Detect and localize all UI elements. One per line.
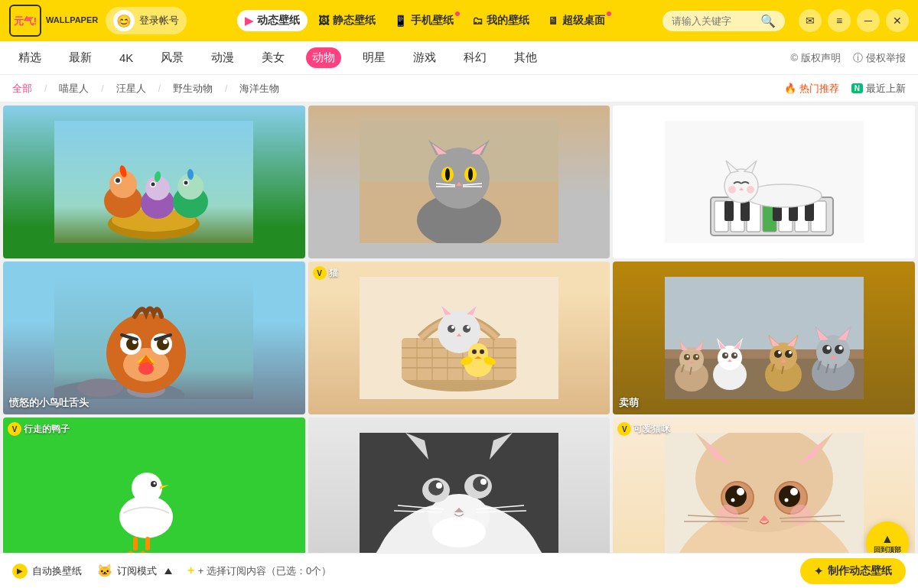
category-items: 精选 最新 4K 风景 动漫 美女 动物 明星 游戏 科幻 其他: [12, 47, 790, 68]
select-content-btn[interactable]: + + 选择订阅内容（已选：0个）: [187, 564, 331, 578]
subcat-all[interactable]: 全部: [12, 82, 32, 96]
header-actions: ✉ ≡ ─ ✕: [799, 9, 909, 32]
svg-point-175: [473, 476, 488, 492]
nav-mywp[interactable]: 🗂 我的壁纸: [464, 10, 537, 31]
card-9-badge: V 可爱猫咪: [617, 422, 670, 436]
make-wallpaper-btn[interactable]: ✦ 制作动态壁纸: [800, 558, 906, 584]
svg-point-119: [718, 346, 742, 370]
subcat-ocean[interactable]: 海洋生物: [239, 82, 279, 96]
avatar: 😊: [113, 10, 135, 31]
cat-star[interactable]: 明星: [356, 47, 392, 68]
auto-wallpaper-label: 自动换壁纸: [32, 564, 82, 578]
card-4[interactable]: 愤怒的小鸟吐舌头: [3, 262, 305, 414]
subcat-dog[interactable]: 汪星人: [116, 82, 146, 96]
cat-other[interactable]: 其他: [508, 47, 543, 68]
login-button[interactable]: 😊 登录帐号: [106, 7, 187, 34]
category-bar: 精选 最新 4K 风景 动漫 美女 动物 明星 游戏 科幻 其他 © 版权声明 …: [0, 41, 918, 75]
bottom-right: ✦ 制作动态壁纸: [800, 558, 906, 584]
card-8[interactable]: 猫: [308, 417, 610, 553]
search-input[interactable]: [672, 15, 756, 27]
sep-2: /: [101, 83, 103, 94]
svg-point-54: [747, 186, 754, 193]
nav-static[interactable]: 🖼 静态壁纸: [311, 10, 383, 31]
nav-desktop[interactable]: 🖥 超级桌面: [540, 10, 613, 31]
back-top-arrow: ▲: [881, 532, 894, 546]
desktop-dot: [607, 11, 611, 16]
back-top-label: 回到顶部: [874, 546, 901, 553]
svg-point-93: [467, 326, 470, 329]
menu-button[interactable]: ≡: [828, 9, 851, 32]
svg-point-53: [728, 186, 736, 193]
svg-point-173: [436, 482, 442, 489]
copyright-link[interactable]: © 版权声明: [790, 51, 841, 65]
cat-anime[interactable]: 动漫: [205, 47, 240, 68]
latest-new[interactable]: N 最近上新: [851, 82, 906, 96]
svg-rect-165: [145, 537, 150, 551]
card-5-badge: V 猫: [313, 266, 338, 280]
cat-featured[interactable]: 精选: [12, 47, 47, 68]
card-9[interactable]: V 可爱猫咪 ▲ 回到顶部: [613, 417, 915, 553]
subcat-wild[interactable]: 野生动物: [173, 82, 213, 96]
nav-mobile-label: 手机壁纸: [411, 14, 454, 28]
svg-point-197: [790, 488, 798, 495]
card-5-label: 猫: [329, 267, 338, 280]
card-1[interactable]: [3, 106, 305, 258]
copyright-label: 版权声明: [801, 51, 841, 65]
login-label: 登录帐号: [139, 14, 179, 28]
bottom-bar: ▶ 自动换壁纸 🐱 订阅模式 + + 选择订阅内容（已选：0个） ✦ 制作动态壁…: [0, 553, 918, 588]
nav-dynamic-label: 动态壁纸: [257, 14, 300, 28]
make-btn-label: 制作动态壁纸: [828, 564, 892, 578]
svg-point-183: [432, 517, 486, 547]
svg-point-92: [451, 326, 454, 329]
hot-label: 热门推荐: [799, 82, 839, 96]
cat-animal[interactable]: 动物: [306, 47, 341, 68]
search-box[interactable]: 🔍: [662, 11, 785, 31]
mail-button[interactable]: ✉: [799, 9, 822, 32]
plus-icon: +: [187, 564, 198, 577]
subcat-cat[interactable]: 喵星人: [59, 82, 89, 96]
menu-icon: ≡: [836, 15, 842, 27]
report-link[interactable]: ⓘ 侵权举报: [853, 51, 906, 65]
svg-point-67: [163, 339, 168, 344]
subcat-bar: 全部 / 喵星人 / 汪星人 / 野生动物 / 海洋生物 🔥 热门推荐 N 最近…: [0, 75, 918, 102]
cat-latest[interactable]: 最新: [63, 47, 98, 68]
subscribe-mode-btn[interactable]: 🐱 订阅模式: [97, 564, 172, 578]
header: 元气! WALLPAPER 😊 登录帐号 ▶ 动态壁纸 🖼 静态壁纸 📱 手机壁…: [0, 0, 918, 41]
card-6[interactable]: 卖萌: [613, 262, 915, 414]
cat-beauty[interactable]: 美女: [256, 47, 291, 68]
card-3[interactable]: [613, 106, 915, 258]
svg-point-150: [835, 345, 844, 354]
cat-game[interactable]: 游戏: [407, 47, 442, 68]
svg-point-176: [480, 479, 487, 485]
minimize-button[interactable]: ─: [857, 9, 880, 32]
nav-dynamic-icon: ▶: [245, 15, 253, 27]
close-button[interactable]: ✕: [886, 9, 909, 32]
new-label: 最近上新: [866, 82, 906, 96]
card-2[interactable]: [308, 106, 610, 258]
card-7[interactable]: V 行走的鸭子: [3, 417, 305, 553]
hot-recommend[interactable]: 🔥 热门推荐: [784, 82, 839, 96]
svg-point-162: [154, 482, 156, 485]
card-5[interactable]: V 猫: [308, 262, 610, 414]
svg-point-50: [724, 169, 758, 203]
svg-point-11: [151, 183, 155, 187]
svg-point-98: [472, 349, 477, 354]
svg-point-196: [737, 488, 744, 495]
subcat-right: 🔥 热门推荐 N 最近上新: [784, 82, 906, 96]
svg-point-58: [77, 378, 123, 397]
svg-point-125: [724, 354, 727, 356]
nav-mobile[interactable]: 📱 手机壁纸: [386, 10, 461, 31]
card-4-label: 愤怒的小鸟吐舌头: [9, 396, 89, 410]
svg-rect-164: [133, 537, 138, 551]
auto-wallpaper-btn[interactable]: ▶ 自动换壁纸: [12, 564, 82, 579]
svg-rect-45: [741, 201, 750, 221]
nav-dynamic[interactable]: ▶ 动态壁纸: [237, 10, 308, 31]
cat-rights: © 版权声明 ⓘ 侵权举报: [790, 51, 906, 65]
logo-area: 元气! WALLPAPER: [9, 5, 98, 37]
cat-landscape[interactable]: 风景: [155, 47, 190, 68]
svg-point-99: [480, 349, 484, 354]
cat-scifi[interactable]: 科幻: [457, 47, 493, 68]
cat-4k[interactable]: 4K: [113, 48, 139, 67]
svg-point-151: [838, 346, 842, 350]
search-icon[interactable]: 🔍: [760, 14, 776, 28]
